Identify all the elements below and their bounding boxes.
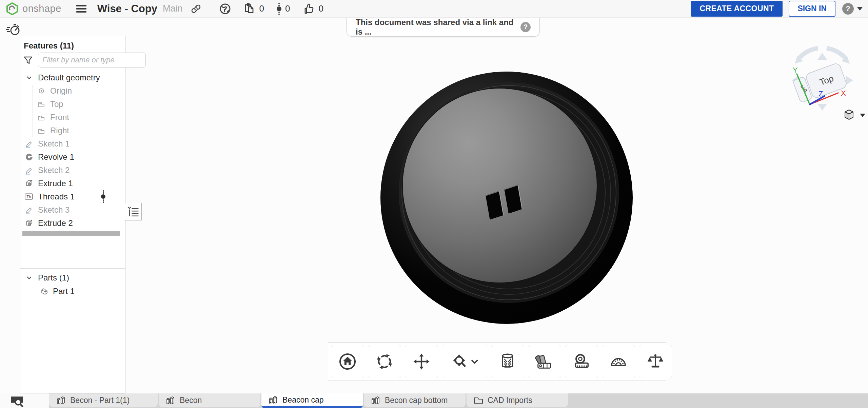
feature-row-sketch1[interactable]: Sketch 1 <box>20 137 125 150</box>
zoom-button[interactable] <box>442 345 487 378</box>
part-model-dome-face[interactable] <box>402 88 597 283</box>
versions-counter[interactable]: 0 <box>276 2 290 15</box>
likes-count: 0 <box>318 3 323 14</box>
plane-icon <box>37 113 46 122</box>
part-studio-icon <box>371 395 381 405</box>
extrude-icon <box>24 179 34 188</box>
feature-row-revolve1[interactable]: Revolve 1 <box>20 150 125 163</box>
balance-scale-icon <box>646 352 665 371</box>
workspace-label[interactable]: Main <box>163 3 183 14</box>
tab-becon[interactable]: Becon <box>159 393 260 407</box>
list-collapse-icon <box>126 205 140 218</box>
axis-x-label: X <box>841 89 846 97</box>
forks-count: 0 <box>285 3 290 14</box>
features-title: Features (11) <box>24 41 74 51</box>
axis-y-label: Y <box>793 66 798 74</box>
part-row-part1[interactable]: Part 1 <box>20 285 125 298</box>
likes-counter[interactable]: 0 <box>302 2 323 15</box>
feature-list-collapse-button[interactable] <box>125 203 142 220</box>
tape-measure-icon <box>572 352 591 371</box>
banner-help-icon[interactable]: ? <box>520 22 531 32</box>
axis-z-label: Z <box>818 90 823 98</box>
sketch-pencil-icon <box>24 139 34 148</box>
extrude-icon <box>24 218 34 228</box>
appearance-swatches-icon <box>535 352 554 371</box>
home-icon <box>338 352 357 371</box>
view-options-button[interactable] <box>842 109 865 122</box>
chevron-down-icon[interactable] <box>24 73 34 82</box>
logo-wordmark: onshape <box>22 3 61 14</box>
revolve-icon <box>24 152 34 161</box>
feature-row-extrude1[interactable]: Extrude 1 <box>20 177 125 190</box>
top-bar: onshape Wise - Copy Main <box>0 0 868 18</box>
measure-button[interactable] <box>565 345 598 378</box>
tab-cad-imports[interactable]: CAD Imports <box>467 393 568 407</box>
svg-text:Th: Th <box>26 195 31 199</box>
public-globe-icon <box>219 3 231 15</box>
filter-funnel-icon <box>23 55 33 65</box>
document-title: Wise - Copy <box>97 3 157 15</box>
feature-row-threads1[interactable]: Th Threads 1 <box>20 190 125 203</box>
create-account-button[interactable]: CREATE ACCOUNT <box>691 1 783 17</box>
rotate-button[interactable] <box>368 345 401 378</box>
copies-counter[interactable]: 0 <box>243 3 264 15</box>
onshape-logo-icon[interactable] <box>5 2 19 16</box>
pan-icon <box>412 352 431 371</box>
view-toolbar <box>328 342 666 381</box>
feature-list-panel: Features (11) Default geometry <box>20 36 125 393</box>
part-studio-icon <box>165 395 176 405</box>
feature-row-extrude2[interactable]: Extrude 2 <box>20 216 125 230</box>
copy-document-icon <box>243 3 256 15</box>
help-icon[interactable]: ? <box>842 3 854 15</box>
feature-row-default-geometry[interactable]: Default geometry <box>20 71 125 84</box>
version-branch-icon <box>276 2 282 15</box>
rollback-bar-handle[interactable] <box>101 190 105 203</box>
zoom-options-chevron-icon[interactable] <box>471 358 478 365</box>
zoom-icon <box>451 352 468 371</box>
help-menu-chevron-icon[interactable] <box>857 7 863 11</box>
tab-becon-part-1[interactable]: Becon - Part 1(1) <box>49 393 158 407</box>
feature-row-front-plane[interactable]: Front <box>20 111 125 124</box>
main-menu-icon[interactable] <box>76 5 86 13</box>
rotate-icon <box>375 352 394 371</box>
copies-count: 0 <box>259 3 264 14</box>
chevron-down-icon[interactable] <box>24 273 34 283</box>
sign-in-button[interactable]: SIGN IN <box>789 1 835 17</box>
pan-button[interactable] <box>405 345 438 378</box>
part-studio-icon <box>268 395 278 405</box>
thumbs-up-icon <box>302 2 315 15</box>
shared-link-message: This document was shared via a link and … <box>356 18 520 37</box>
section-view-button[interactable] <box>491 345 524 378</box>
search-tabs-button[interactable] <box>0 393 49 408</box>
threads-icon: Th <box>24 192 34 201</box>
features-scrollbar[interactable] <box>22 231 120 236</box>
tab-becon-cap-bottom[interactable]: Becon cap bottom <box>364 393 466 407</box>
feature-row-right-plane[interactable]: Right <box>20 124 125 137</box>
feature-row-sketch2[interactable]: Sketch 2 <box>20 163 125 177</box>
mass-properties-button[interactable] <box>639 345 672 378</box>
view-options-chevron-icon[interactable] <box>860 114 865 117</box>
tab-beacon-cap-active[interactable]: Beacon cap <box>261 393 363 408</box>
stopwatch-icon <box>6 22 20 38</box>
share-link-icon[interactable] <box>191 3 201 14</box>
part-icon <box>39 287 48 296</box>
origin-icon <box>37 86 46 95</box>
feature-row-origin[interactable]: Origin <box>20 84 125 97</box>
feature-row-top-plane[interactable]: Top <box>20 97 125 111</box>
onshape-app: onshape Wise - Copy Main <box>0 0 868 408</box>
search-tabs-icon <box>9 394 24 408</box>
feature-row-sketch3[interactable]: Sketch 3 <box>20 203 125 216</box>
tree-indent-guide <box>33 85 33 137</box>
appearance-button[interactable] <box>528 345 561 378</box>
plane-icon <box>37 126 46 135</box>
view-home-button[interactable] <box>331 345 364 378</box>
folder-icon <box>473 395 484 405</box>
element-tab-bar: Becon - Part 1(1) Becon Beacon cap <box>0 393 868 408</box>
parts-group-row[interactable]: Parts (1) <box>20 271 125 285</box>
panel-divider <box>20 268 125 269</box>
shared-link-banner: This document was shared via a link and … <box>347 18 540 37</box>
graphics-area[interactable]: This document was shared via a link and … <box>0 18 868 393</box>
feature-filter-input[interactable] <box>38 53 146 67</box>
angle-measure-button[interactable] <box>602 345 635 378</box>
protractor-icon <box>609 352 628 371</box>
